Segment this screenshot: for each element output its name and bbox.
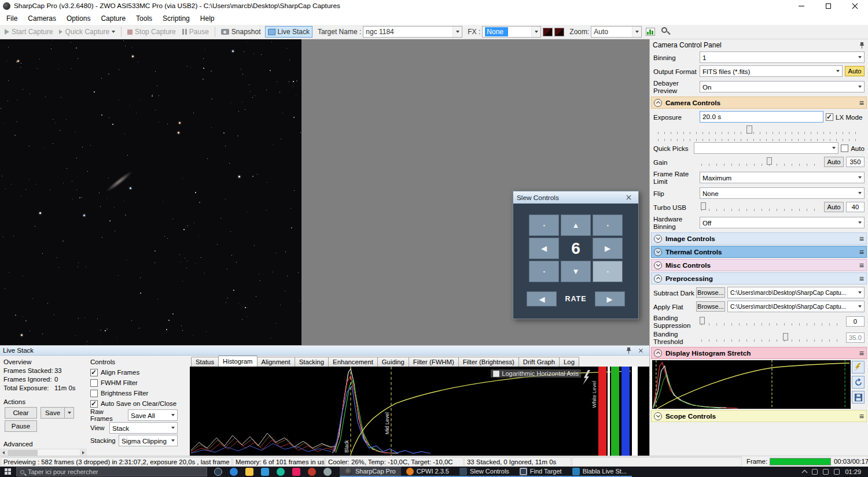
tab-alignment[interactable]: Alignment <box>257 357 295 367</box>
scroll-left-button[interactable] <box>0 449 7 456</box>
fx-combo[interactable]: None <box>482 26 541 38</box>
clock[interactable]: 01:29 <box>845 468 861 475</box>
taskbar-search[interactable]: Taper ici pour rechercher <box>16 467 207 476</box>
turbo-usb-value[interactable]: 40 <box>846 202 865 212</box>
file-explorer-icon[interactable] <box>245 468 253 476</box>
slew-diag-ne-button[interactable]: ▪ <box>593 215 623 236</box>
slew-right-button[interactable]: ▶ <box>593 238 623 259</box>
hardware-binning-select[interactable]: Off <box>700 217 865 228</box>
mail-icon[interactable] <box>261 468 269 476</box>
section-menu-icon[interactable] <box>859 413 864 419</box>
tray-icon[interactable] <box>812 469 818 475</box>
stacking-select[interactable]: Sigma Clipping <box>119 435 178 446</box>
zoom-combo[interactable]: Auto <box>591 26 642 38</box>
section-display-histogram-stretch[interactable]: Display Histogram Stretch <box>651 347 867 359</box>
quick-capture-button[interactable]: Quick Capture <box>57 27 117 37</box>
exposure-slider[interactable] <box>657 124 861 141</box>
chevron-down-icon[interactable] <box>453 27 462 37</box>
minimize-button[interactable] <box>788 0 815 12</box>
brightness-filter-checkbox[interactable] <box>90 390 98 397</box>
live-stack-header[interactable]: Live Stack <box>0 346 649 356</box>
brightness-filter-checkbox-row[interactable]: Brightness Filter <box>90 388 187 398</box>
section-menu-icon[interactable] <box>859 262 864 268</box>
section-menu-icon[interactable] <box>859 100 864 106</box>
close-button[interactable] <box>841 0 868 12</box>
collapse-icon[interactable] <box>654 99 662 107</box>
horizontal-scrollbar[interactable] <box>0 449 87 456</box>
menu-cameras[interactable]: Cameras <box>23 12 61 25</box>
tab-guiding[interactable]: Guiding <box>377 357 409 367</box>
align-frames-checkbox[interactable] <box>90 369 98 376</box>
fwhm-filter-checkbox-row[interactable]: FWHM Filter <box>90 378 187 388</box>
scrollbar-thumb[interactable] <box>8 450 38 456</box>
fwhm-filter-checkbox[interactable] <box>90 379 98 387</box>
section-preprocessing[interactable]: Preprocessing <box>651 272 867 284</box>
settings-icon[interactable] <box>323 468 332 476</box>
close-icon[interactable] <box>639 348 643 352</box>
banding-suppression-value[interactable]: 0 <box>846 316 865 327</box>
scroll-right-button[interactable] <box>80 449 87 456</box>
output-format-select[interactable]: FITS files (*.fits) <box>700 65 843 77</box>
chevron-down-icon[interactable] <box>531 27 540 37</box>
gain-slider[interactable] <box>700 156 822 168</box>
exposure-auto-checkbox[interactable] <box>841 145 848 152</box>
section-misc-controls[interactable]: Misc Controls <box>651 259 867 271</box>
subtract-dark-browse-button[interactable]: Browse... <box>696 287 725 298</box>
turbo-usb-slider-thumb[interactable] <box>701 202 706 210</box>
tab-filter-fwhm[interactable]: Filter (FWHM) <box>409 357 459 367</box>
tab-histogram[interactable]: Histogram <box>218 356 257 367</box>
view-select[interactable]: Stack <box>109 422 178 434</box>
raw-frames-select[interactable]: Save All <box>128 409 178 421</box>
quick-picks-select[interactable] <box>694 142 838 154</box>
section-menu-icon[interactable] <box>859 276 864 282</box>
banding-threshold-value[interactable]: 35.0 <box>846 332 865 343</box>
pause-stack-button[interactable]: Pause <box>5 420 37 432</box>
tray-icon[interactable] <box>834 469 840 475</box>
start-capture-button[interactable]: Start Capture <box>2 27 55 37</box>
tab-drift-graph[interactable]: Drift Graph <box>518 357 560 367</box>
log-axis-checkbox-row[interactable]: Logarithmic Horizontal Axis <box>491 369 581 378</box>
expand-icon[interactable] <box>654 235 662 243</box>
turbo-usb-auto-button[interactable]: Auto <box>824 202 844 212</box>
expand-icon[interactable] <box>654 261 662 269</box>
pin-icon[interactable] <box>626 347 632 354</box>
debayer-preview-select[interactable]: On <box>700 81 865 93</box>
expand-icon[interactable] <box>654 248 662 256</box>
taskbar-app-sharpcap[interactable]: SharpCap Pro <box>340 467 401 477</box>
banding-suppression-thumb[interactable] <box>700 317 705 324</box>
frame-rate-limit-select[interactable]: Maximum <box>700 172 865 183</box>
slew-diag-se-button[interactable]: ▪ <box>593 261 623 282</box>
target-name-combo[interactable]: ngc 1184 <box>363 26 462 38</box>
live-stack-button[interactable]: Live Stack <box>265 26 312 38</box>
auto-save-checkbox-row[interactable]: Auto Save on Clear/Close <box>90 398 187 409</box>
turbo-usb-slider[interactable] <box>700 201 822 213</box>
taskbar-app-slew-controls[interactable]: Slew Controls <box>454 467 514 477</box>
snapshot-button[interactable]: Snapshot <box>219 27 263 37</box>
tab-filter-brightness[interactable]: Filter (Brightness) <box>458 357 519 367</box>
menu-tools[interactable]: Tools <box>131 12 157 25</box>
save-button[interactable]: Save <box>41 407 65 419</box>
store-icon[interactable] <box>277 468 285 476</box>
menu-scripting[interactable]: Scripting <box>157 12 195 25</box>
output-format-auto-button[interactable]: Auto <box>845 66 865 76</box>
menu-capture[interactable]: Capture <box>95 12 131 25</box>
expand-icon[interactable] <box>654 412 662 420</box>
acrobat-icon[interactable] <box>308 468 316 476</box>
gain-auto-button[interactable]: Auto <box>824 157 844 167</box>
start-button[interactable] <box>0 468 16 475</box>
slew-diag-sw-button[interactable]: ▪ <box>529 261 559 282</box>
exposure-slider-thumb[interactable] <box>746 125 752 134</box>
align-frames-checkbox-row[interactable]: Align Frames <box>90 367 187 378</box>
menu-file[interactable]: File <box>1 12 23 25</box>
collapse-icon[interactable] <box>654 275 662 283</box>
display-stretch-histogram[interactable] <box>652 360 851 409</box>
flat-frame-swatch[interactable] <box>554 28 564 36</box>
section-menu-icon[interactable] <box>859 249 864 255</box>
menu-help[interactable]: Help <box>195 12 220 25</box>
maximize-button[interactable] <box>815 0 841 12</box>
log-axis-checkbox[interactable] <box>493 371 499 377</box>
section-scope-controls[interactable]: Scope Controls <box>651 410 867 422</box>
auto-save-checkbox[interactable] <box>90 400 98 408</box>
apply-flat-browse-button[interactable]: Browse... <box>696 301 725 312</box>
stop-capture-button[interactable]: Stop Capture <box>125 27 178 37</box>
